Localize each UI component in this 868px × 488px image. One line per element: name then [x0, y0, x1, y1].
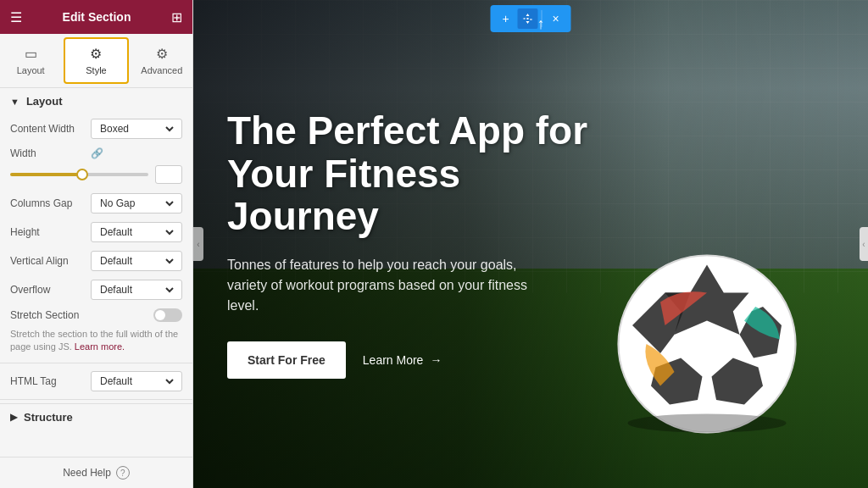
- stretch-note: Stretch the section to the full width of…: [0, 326, 192, 359]
- height-label: Height: [10, 226, 91, 238]
- html-tag-group: HTML Tag Default div header section: [0, 367, 192, 396]
- hero-subtitle: Tonnes of features to help you reach you…: [227, 255, 549, 316]
- stretch-section-label: Stretch Section: [10, 309, 153, 321]
- width-value-input[interactable]: [155, 165, 182, 184]
- toolbar-close-btn[interactable]: ×: [546, 8, 566, 29]
- overflow-select[interactable]: Default Hidden: [91, 280, 182, 300]
- canvas-resize-handle[interactable]: ‹: [193, 227, 203, 261]
- canvas-area: + × ↑ The Perfect App for Your Fitness J…: [193, 0, 868, 488]
- height-group: Height Default Min Height Full Height: [0, 218, 192, 247]
- width-link-icon: 🔗: [91, 147, 103, 159]
- divider: [0, 363, 192, 363]
- layout-arrow-icon: ▼: [10, 97, 19, 107]
- content-width-select[interactable]: Boxed Full Width: [91, 119, 182, 139]
- columns-gap-label: Columns Gap: [10, 197, 91, 209]
- width-slider-row: [0, 164, 192, 189]
- panel-content: ▼ Layout Content Width Boxed Full Width …: [0, 88, 192, 457]
- help-icon[interactable]: ?: [116, 466, 130, 480]
- need-help-text: Need Help: [63, 467, 111, 479]
- tab-style-label: Style: [86, 65, 106, 75]
- toolbar-move-btn[interactable]: [518, 8, 538, 29]
- structure-section-header[interactable]: ▶ Structure: [0, 403, 192, 430]
- vertical-align-dropdown[interactable]: Default Top Middle Bottom: [97, 254, 176, 268]
- stretch-toggle[interactable]: [153, 308, 182, 322]
- floating-toolbar: + ×: [491, 5, 571, 32]
- slider-thumb[interactable]: [76, 169, 88, 180]
- layout-section-title: Layout: [26, 95, 63, 108]
- html-tag-label: HTML Tag: [10, 375, 91, 387]
- width-label: Width: [10, 147, 91, 159]
- html-tag-select[interactable]: Default div header section: [91, 371, 182, 391]
- layout-icon: ▭: [25, 46, 37, 62]
- learn-more-button[interactable]: Learn More →: [363, 353, 442, 367]
- learn-more-text: Learn More: [363, 353, 424, 367]
- move-icon: [522, 13, 534, 25]
- hero-buttons: Start For Free Learn More →: [227, 341, 600, 379]
- panel-tabs: ▭ Layout ⚙ Style ⚙ Advanced: [0, 34, 192, 88]
- overflow-label: Overflow: [10, 284, 91, 296]
- tab-advanced[interactable]: ⚙ Advanced: [131, 34, 192, 87]
- vertical-align-label: Vertical Align: [10, 255, 91, 267]
- layout-section-header[interactable]: ▼ Layout: [0, 88, 192, 114]
- columns-gap-group: Columns Gap No Gap Default Small Medium …: [0, 189, 192, 218]
- width-slider-container: [10, 165, 182, 184]
- tab-layout-label: Layout: [17, 65, 45, 75]
- stretch-section-group: Stretch Section: [0, 304, 192, 326]
- toggle-knob: [155, 310, 165, 320]
- panel-footer[interactable]: Need Help ?: [0, 457, 192, 488]
- columns-gap-select[interactable]: No Gap Default Small Medium Large: [91, 193, 182, 214]
- content-width-label: Content Width: [10, 123, 91, 135]
- height-dropdown[interactable]: Default Min Height Full Height: [97, 225, 176, 239]
- hero-title: The Perfect App for Your Fitness Journey: [227, 109, 600, 238]
- width-group: Width 🔗: [0, 143, 192, 164]
- content-width-group: Content Width Boxed Full Width: [0, 114, 192, 143]
- width-slider[interactable]: [10, 173, 148, 176]
- structure-section-title: Structure: [24, 411, 73, 424]
- style-icon: ⚙: [90, 46, 102, 62]
- start-for-free-button[interactable]: Start For Free: [227, 341, 346, 379]
- tab-style[interactable]: ⚙ Style: [64, 37, 128, 84]
- content-width-dropdown[interactable]: Boxed Full Width: [97, 122, 176, 136]
- grid-icon[interactable]: ⊞: [171, 9, 182, 25]
- overflow-group: Overflow Default Hidden: [0, 275, 192, 304]
- tab-layout[interactable]: ▭ Layout: [0, 34, 61, 87]
- tab-advanced-label: Advanced: [141, 65, 182, 75]
- structure-arrow-icon: ▶: [10, 412, 17, 423]
- overflow-dropdown[interactable]: Default Hidden: [97, 283, 176, 297]
- soccer-ball: [614, 251, 800, 437]
- height-select[interactable]: Default Min Height Full Height: [91, 222, 182, 242]
- vertical-align-select[interactable]: Default Top Middle Bottom: [91, 251, 182, 271]
- panel-header: ☰ Edit Section ⊞: [0, 0, 192, 34]
- advanced-icon: ⚙: [156, 46, 168, 62]
- divider2: [0, 399, 192, 400]
- vertical-align-group: Vertical Align Default Top Middle Bottom: [0, 247, 192, 275]
- cursor: ↑: [537, 15, 545, 33]
- learn-more-link[interactable]: Learn more.: [75, 341, 125, 352]
- toolbar-add-btn[interactable]: +: [496, 8, 516, 29]
- left-panel: ☰ Edit Section ⊞ ▭ Layout ⚙ Style ⚙ Adva…: [0, 0, 193, 488]
- arrow-icon: →: [430, 353, 442, 367]
- panel-title: Edit Section: [63, 10, 131, 24]
- width-link-indicator: 🔗: [91, 147, 103, 159]
- canvas-hero-content: The Perfect App for Your Fitness Journey…: [227, 0, 600, 488]
- svg-point-7: [628, 414, 787, 433]
- hamburger-icon[interactable]: ☰: [10, 9, 22, 25]
- html-tag-dropdown[interactable]: Default div header section: [97, 374, 176, 388]
- columns-gap-dropdown[interactable]: No Gap Default Small Medium Large: [97, 197, 176, 210]
